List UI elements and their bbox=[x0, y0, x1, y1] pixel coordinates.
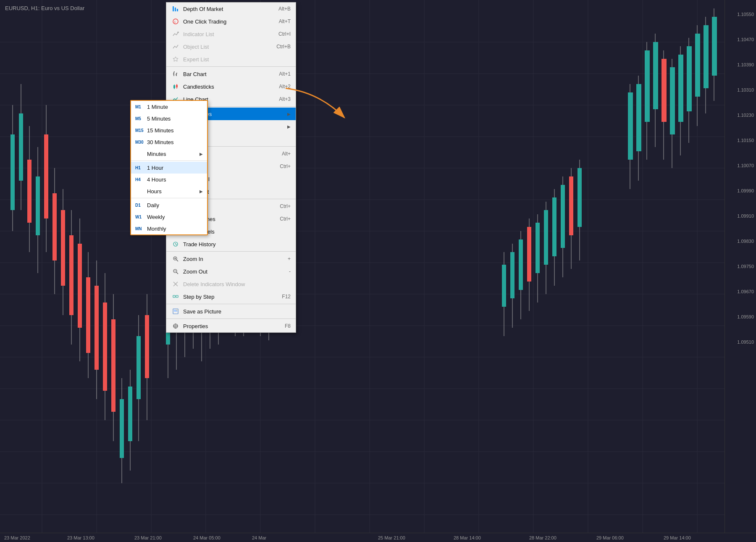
tf-label-h1: 1 Hour bbox=[147, 165, 203, 171]
candlesticks-icon bbox=[171, 82, 180, 91]
menu-label-candlesticks: Candlesticks bbox=[183, 84, 275, 90]
one-click-trading-icon: 1 bbox=[171, 17, 180, 26]
price-label-5: 1.10230 bbox=[737, 113, 754, 118]
object-list-icon bbox=[171, 42, 180, 51]
menu-shortcut-object-list: Ctrl+B bbox=[276, 44, 291, 50]
svg-rect-115 bbox=[653, 42, 658, 109]
menu-shortcut-depth-of-market: Alt+B bbox=[278, 6, 291, 12]
menu-item-one-click-trading[interactable]: 1 One Click Trading Alt+T bbox=[166, 15, 296, 28]
menu-label-step-by-step: Step by Step bbox=[183, 294, 278, 300]
svg-rect-132 bbox=[177, 9, 178, 11]
svg-rect-59 bbox=[128, 387, 132, 441]
svg-line-176 bbox=[176, 272, 178, 274]
time-label-2: 23 Mar 13:00 bbox=[67, 535, 94, 540]
price-label-8: 1.09990 bbox=[737, 188, 754, 193]
submenu-item-minutes[interactable]: Minutes ▶ bbox=[131, 148, 207, 160]
submenu-item-m15[interactable]: M15 15 Minutes bbox=[131, 124, 207, 136]
time-label-1: 23 Mar 2022 bbox=[4, 535, 30, 540]
svg-rect-147 bbox=[176, 85, 178, 87]
menu-shortcut-volumes: Ctrl+ bbox=[280, 203, 291, 209]
timeframes-arrow: ▶ bbox=[287, 112, 291, 116]
time-label-4: 24 Mar 05:00 bbox=[193, 535, 220, 540]
submenu-item-d1[interactable]: D1 Daily bbox=[131, 199, 207, 211]
menu-shortcut-grid: Ctrl+ bbox=[280, 163, 291, 169]
trade-history-icon bbox=[171, 240, 180, 248]
menu-label-bar-chart: Bar Chart bbox=[183, 71, 275, 77]
menu-shortcut-candlesticks: Alt+2 bbox=[279, 84, 291, 89]
svg-rect-97 bbox=[536, 223, 540, 273]
price-label-2: 1.10470 bbox=[737, 37, 754, 42]
menu-label-delete-indicators: Delete Indicators Window bbox=[183, 281, 291, 287]
svg-rect-95 bbox=[527, 227, 531, 282]
svg-rect-61 bbox=[136, 336, 141, 399]
price-label-7: 1.10070 bbox=[737, 163, 754, 168]
svg-rect-103 bbox=[561, 185, 565, 248]
chart-area: EURUSD, H1: Euro vs US Dollar bbox=[0, 0, 756, 542]
menu-shortcut-properties: F8 bbox=[285, 323, 291, 329]
time-label-10: 29 Mar 14:00 bbox=[664, 535, 691, 540]
svg-rect-45 bbox=[69, 235, 74, 315]
price-label-13: 1.09590 bbox=[737, 314, 754, 319]
menu-item-zoom-in[interactable]: Zoom In + bbox=[166, 253, 296, 265]
timeframes-submenu: M1 1 Minute M5 5 Minutes M15 15 Minutes … bbox=[130, 100, 208, 235]
submenu-separator-2 bbox=[131, 198, 207, 198]
menu-label-indicator-list: Indicator List bbox=[183, 31, 274, 37]
time-label-6: 25 Mar 21:00 bbox=[378, 535, 405, 540]
menu-item-step-by-step[interactable]: Step by Step F12 bbox=[166, 290, 296, 303]
tf-badge-h1: H1 bbox=[135, 166, 147, 170]
menu-item-depth-of-market[interactable]: Depth Of Market Alt+B bbox=[166, 3, 296, 15]
zoom-in-icon bbox=[171, 255, 180, 263]
time-label-3: 23 Mar 21:00 bbox=[134, 535, 162, 540]
tf-label-m1: 1 Minute bbox=[147, 104, 203, 110]
chart-canvas bbox=[0, 0, 724, 533]
submenu-item-hours[interactable]: Hours ▶ bbox=[131, 185, 207, 197]
time-label-5: 24 Mar bbox=[252, 535, 266, 540]
zoom-out-icon bbox=[171, 267, 180, 276]
menu-item-properties[interactable]: Properties F8 bbox=[166, 320, 296, 332]
tf-label-d1: Daily bbox=[147, 202, 203, 208]
tf-label-m15: 15 Minutes bbox=[147, 127, 203, 134]
menu-label-properties: Properties bbox=[183, 323, 281, 329]
step-by-step-icon bbox=[171, 292, 180, 301]
submenu-item-h4[interactable]: H4 4 Hours bbox=[131, 174, 207, 185]
menu-item-trade-history[interactable]: Trade History bbox=[166, 238, 296, 250]
tf-label-m30: 30 Minutes bbox=[147, 139, 203, 145]
menu-label-object-list: Object List bbox=[183, 44, 272, 50]
svg-rect-47 bbox=[78, 244, 82, 328]
svg-rect-55 bbox=[111, 319, 116, 412]
menu-shortcut-step-by-step: F12 bbox=[282, 294, 291, 300]
svg-rect-89 bbox=[502, 265, 506, 307]
svg-line-172 bbox=[176, 260, 178, 261]
svg-rect-123 bbox=[687, 46, 692, 111]
time-label-8: 28 Mar 22:00 bbox=[529, 535, 556, 540]
submenu-item-m1[interactable]: M1 1 Minute bbox=[131, 101, 207, 113]
menu-item-candlesticks[interactable]: Candlesticks Alt+2 bbox=[166, 80, 296, 93]
svg-rect-99 bbox=[544, 210, 548, 265]
menu-shortcut-zoom-in: + bbox=[288, 256, 291, 262]
svg-point-184 bbox=[176, 310, 177, 310]
svg-rect-127 bbox=[704, 25, 709, 88]
submenu-item-mn[interactable]: MN Monthly bbox=[131, 223, 207, 234]
chart-title: EURUSD, H1: Euro vs US Dollar bbox=[5, 5, 84, 11]
time-label-9: 29 Mar 06:00 bbox=[596, 535, 624, 540]
menu-label-zoom-in: Zoom In bbox=[183, 256, 284, 262]
bar-chart-icon bbox=[171, 70, 180, 78]
menu-item-bar-chart[interactable]: Bar Chart Alt+1 bbox=[166, 68, 296, 80]
menu-item-save-as-picture[interactable]: Save as Picture bbox=[166, 305, 296, 318]
price-label-1: 1.10550 bbox=[737, 12, 754, 17]
menu-shortcut-bar-chart: Alt+1 bbox=[279, 71, 291, 77]
submenu-item-h1[interactable]: H1 1 Hour bbox=[131, 162, 207, 174]
submenu-item-m30[interactable]: M30 30 Minutes bbox=[131, 136, 207, 148]
svg-rect-33 bbox=[19, 113, 23, 181]
svg-rect-125 bbox=[695, 34, 700, 97]
svg-rect-130 bbox=[173, 6, 174, 11]
menu-item-zoom-out[interactable]: Zoom Out - bbox=[166, 265, 296, 278]
submenu-item-w1[interactable]: W1 Weekly bbox=[131, 211, 207, 223]
menu-label-one-click-trading: One Click Trading bbox=[183, 18, 275, 25]
svg-rect-181 bbox=[176, 295, 178, 297]
tf-badge-h4: H4 bbox=[135, 177, 147, 182]
submenu-item-m5[interactable]: M5 5 Minutes bbox=[131, 113, 207, 124]
tf-badge-m15: M15 bbox=[135, 128, 147, 133]
menu-shortcut-one-click-trading: Alt+T bbox=[279, 18, 291, 24]
properties-icon bbox=[171, 322, 180, 330]
